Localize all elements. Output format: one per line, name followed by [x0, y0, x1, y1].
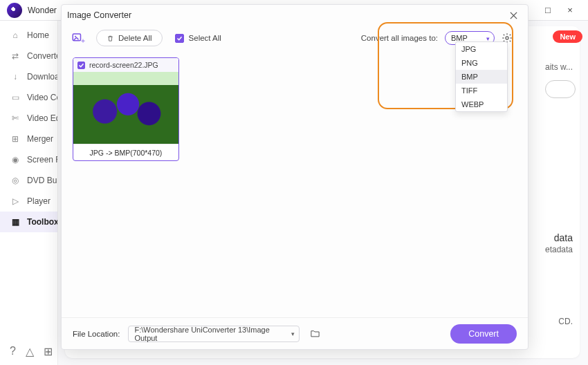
modal-close-button[interactable]: [506, 8, 521, 23]
select-all-checkbox[interactable]: Select All: [175, 34, 221, 43]
window-maximize-button[interactable]: □: [537, 1, 559, 20]
chevron-down-icon: ▾: [291, 330, 295, 337]
sidebar-item-label: Player: [27, 196, 50, 206]
format-dropdown: JPG PNG BMP TIFF WEBP: [455, 41, 508, 112]
checkbox-icon: [175, 34, 184, 43]
bg-peek-button[interactable]: [545, 80, 576, 98]
new-badge: New: [553, 30, 582, 43]
help-icon[interactable]: ?: [10, 345, 16, 358]
sidebar-item-video-editor[interactable]: ✄Video Editor: [0, 108, 57, 129]
format-option-jpg[interactable]: JPG: [456, 42, 507, 56]
sidebar-item-label: Screen Recorder: [27, 155, 57, 165]
video-compress-icon: ▭: [10, 92, 21, 103]
trash-icon: [107, 35, 114, 42]
sidebar-item-label: Toolbox: [27, 217, 57, 227]
bell-icon[interactable]: △: [26, 345, 34, 358]
sidebar-item-label: DVD Burner: [27, 176, 57, 185]
file-location-select[interactable]: F:\Wondershare UniConverter 13\Image Out…: [128, 326, 300, 342]
download-icon: ↓: [10, 71, 21, 82]
window-close-button[interactable]: ×: [559, 1, 581, 20]
merger-icon: ⊞: [10, 133, 21, 144]
format-option-bmp[interactable]: BMP: [456, 70, 507, 84]
sidebar-item-label: Converter: [27, 51, 57, 61]
sidebar-item-downloader[interactable]: ↓Downloader: [0, 66, 57, 87]
add-image-button[interactable]: ＋: [71, 32, 84, 44]
converter-icon: ⇄: [10, 50, 21, 62]
home-icon: ⌂: [10, 30, 21, 41]
checkbox-icon: [77, 62, 85, 69]
select-all-label: Select All: [189, 34, 221, 42]
sidebar-item-label: Video Compressor: [27, 93, 57, 102]
sidebar-item-label: Merger: [27, 134, 53, 144]
sidebar-item-toolbox[interactable]: ▦Toolbox: [0, 212, 57, 232]
sidebar-item-player[interactable]: ▷Player: [0, 191, 57, 212]
thumbnail-preview: [73, 72, 178, 144]
sidebar-item-label: Video Editor: [27, 113, 57, 123]
toolbox-icon: ▦: [10, 216, 21, 227]
format-option-png[interactable]: PNG: [456, 56, 507, 70]
dvd-icon: ◎: [10, 175, 21, 186]
sidebar-item-home[interactable]: ⌂Home: [0, 25, 57, 46]
svg-point-1: [75, 36, 76, 37]
bg-peek-bottom: CD.: [558, 317, 573, 326]
player-icon: ▷: [10, 196, 21, 207]
bg-peek-text: aits w...: [545, 62, 573, 72]
app-logo-icon: [7, 3, 22, 18]
svg-point-2: [506, 37, 508, 39]
modal-title: Image Converter: [67, 10, 131, 20]
sidebar-item-converter[interactable]: ⇄Converter: [0, 46, 57, 66]
thumbnail-conversion-info: JPG -> BMP(700*470): [73, 144, 178, 160]
file-location-label: File Location:: [73, 330, 120, 338]
plus-icon: ＋: [80, 36, 86, 46]
delete-all-button[interactable]: Delete All: [96, 30, 163, 46]
convert-button[interactable]: Convert: [450, 324, 517, 344]
folder-icon: [310, 328, 320, 339]
sidebar-item-merger[interactable]: ⊞Merger: [0, 129, 57, 149]
open-folder-button[interactable]: [308, 327, 322, 341]
thumbnail-filename: record-screen22.JPG: [89, 61, 158, 69]
sidebar-item-dvd-burner[interactable]: ◎DVD Burner: [0, 170, 57, 191]
format-option-webp[interactable]: WEBP: [456, 97, 507, 111]
sidebar-item-label: Home: [27, 30, 49, 40]
sidebar-item-video-compressor[interactable]: ▭Video Compressor: [0, 87, 57, 108]
app-title: Wonder: [28, 6, 57, 15]
delete-all-label: Delete All: [118, 34, 152, 42]
bg-peek-heading: data: [554, 232, 573, 243]
image-thumbnail[interactable]: record-screen22.JPG JPG -> BMP(700*470): [73, 57, 179, 161]
close-icon: [510, 12, 517, 19]
sidebar-item-label: Downloader: [27, 72, 57, 82]
sidebar-item-screen-recorder[interactable]: ◉Screen Recorder: [0, 149, 57, 170]
convert-to-label: Convert all images to:: [361, 34, 438, 42]
scissors-icon: ✄: [10, 113, 21, 124]
screen-record-icon: ◉: [10, 154, 21, 165]
grid-icon[interactable]: ⊞: [44, 345, 53, 358]
file-location-path: F:\Wondershare UniConverter 13\Image Out…: [134, 326, 285, 342]
bg-peek-sub: etadata: [545, 245, 573, 254]
sidebar: ⌂Home ⇄Converter ↓Downloader ▭Video Comp…: [0, 21, 58, 365]
format-option-tiff[interactable]: TIFF: [456, 84, 507, 97]
